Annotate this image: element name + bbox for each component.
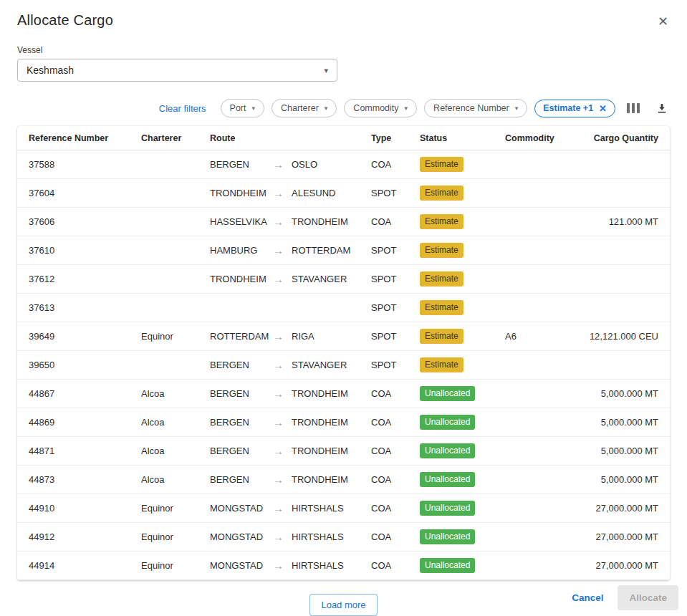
cell-route: BERGEN→OSLO: [204, 150, 365, 179]
allocate-button[interactable]: Allocate: [618, 585, 678, 610]
dialog-footer: Cancel Allocate: [563, 585, 678, 610]
cell-quantity: [578, 265, 670, 294]
cell-charterer: [135, 150, 204, 179]
column-header-type: Type: [365, 126, 414, 150]
table-row[interactable]: 44867AlcoaBERGEN→TRONDHEIMCOAUnallocated…: [17, 380, 670, 408]
status-badge: Estimate: [420, 357, 463, 372]
route-origin: MONGSTAD: [210, 531, 273, 542]
route-destination: ROTTERDAM: [292, 245, 350, 256]
cell-commodity: [499, 408, 578, 437]
table-row[interactable]: 39649EquinorROTTERDAM→RIGASPOTEstimateA6…: [17, 322, 670, 351]
cell-charterer: Equinor: [135, 523, 204, 552]
chip-label: Reference Number: [433, 103, 509, 113]
clear-filter-icon[interactable]: ✕: [599, 103, 607, 114]
table-row[interactable]: 44869AlcoaBERGEN→TRONDHEIMCOAUnallocated…: [17, 408, 670, 437]
cell-route: MONGSTAD→HIRTSHALS: [204, 494, 365, 523]
cell-quantity: 121.000 MT: [578, 208, 670, 236]
route-origin: BERGEN: [210, 388, 273, 399]
cell-commodity: [499, 236, 578, 265]
download-button[interactable]: [651, 99, 673, 117]
status-badge: Unallocated: [420, 415, 475, 430]
cell-status: Estimate: [414, 351, 499, 380]
route-destination: STAVANGER: [292, 360, 347, 370]
route-arrow-icon: →: [273, 216, 284, 227]
cell-reference: 37612: [17, 265, 135, 294]
cell-type: SPOT: [365, 322, 414, 351]
download-icon: [655, 102, 668, 115]
chevron-down-icon: ▾: [405, 105, 408, 112]
cell-commodity: [499, 265, 578, 294]
cell-route: MONGSTAD→HIRTSHALS: [204, 552, 365, 580]
status-badge: Unallocated: [420, 443, 475, 458]
cell-quantity: [578, 294, 670, 322]
table-row[interactable]: 44873AlcoaBERGEN→TRONDHEIMCOAUnallocated…: [17, 466, 670, 494]
cell-route: BERGEN→TRONDHEIM: [204, 466, 365, 494]
chip-label: Port: [230, 103, 246, 113]
table-row[interactable]: 37604TRONDHEIM→ALESUNDSPOTEstimate: [17, 179, 670, 208]
cell-type: COA: [365, 408, 414, 437]
cell-charterer: Equinor: [135, 322, 204, 351]
clear-filters-link[interactable]: Clear filters: [159, 103, 206, 114]
route: TRONDHEIM→ALESUND: [210, 188, 360, 198]
cell-reference: 44873: [17, 466, 135, 494]
cell-status: Unallocated: [414, 494, 499, 523]
filter-chip-estimate-1[interactable]: Estimate +1✕: [534, 100, 615, 117]
filter-chip-reference-number[interactable]: Reference Number▾: [424, 99, 527, 117]
table-row[interactable]: 44910EquinorMONGSTAD→HIRTSHALSCOAUnalloc…: [17, 494, 670, 523]
route-destination: OSLO: [292, 159, 317, 170]
cell-commodity: A6: [499, 322, 578, 351]
route-arrow-icon: →: [273, 360, 284, 370]
filter-chip-commodity[interactable]: Commodity▾: [344, 99, 417, 117]
table-row[interactable]: 44912EquinorMONGSTAD→HIRTSHALSCOAUnalloc…: [17, 523, 670, 552]
route: HAMBURG→ROTTERDAM: [210, 245, 360, 256]
cell-charterer: [135, 294, 204, 322]
chevron-down-icon: ▾: [515, 105, 519, 112]
cell-charterer: [135, 351, 204, 380]
cell-reference: 37604: [17, 179, 135, 208]
table-row[interactable]: 37612TRONDHEIM→STAVANGERSPOTEstimate: [17, 265, 670, 294]
cancel-button[interactable]: Cancel: [563, 586, 612, 610]
route: BERGEN→TRONDHEIM: [210, 388, 360, 399]
route-destination: HIRTSHALS: [292, 531, 344, 542]
table-row[interactable]: 44871AlcoaBERGEN→TRONDHEIMCOAUnallocated…: [17, 437, 670, 466]
route-origin: BERGEN: [210, 360, 273, 370]
status-badge: Estimate: [420, 300, 463, 315]
close-icon[interactable]: ✕: [653, 12, 673, 31]
chevron-down-icon: ▾: [324, 66, 328, 75]
cell-route: BERGEN→TRONDHEIM: [204, 380, 365, 408]
filter-chip-charterer[interactable]: Charterer▾: [272, 99, 337, 117]
cell-reference: 44871: [17, 437, 135, 466]
table-row[interactable]: 37588BERGEN→OSLOCOAEstimate: [17, 150, 670, 179]
table-row[interactable]: 37610HAMBURG→ROTTERDAMSPOTEstimate: [17, 236, 670, 265]
cell-quantity: [578, 351, 670, 380]
table-row[interactable]: 44914EquinorMONGSTAD→HIRTSHALSCOAUnalloc…: [17, 552, 670, 580]
cell-reference: 44869: [17, 408, 135, 437]
route-origin: BERGEN: [210, 159, 273, 170]
cell-route: ROTTERDAM→RIGA: [204, 322, 365, 351]
route-destination: TRONDHEIM: [292, 417, 348, 428]
column-settings-button[interactable]: [623, 100, 644, 116]
cell-type: COA: [365, 380, 414, 408]
route-origin: HAMBURG: [210, 245, 273, 256]
vessel-select[interactable]: Keshmash ▾: [17, 59, 337, 82]
cell-reference: 39649: [17, 322, 135, 351]
status-badge: Estimate: [420, 271, 463, 287]
cell-quantity: [578, 150, 670, 179]
table-row[interactable]: 37606HASSELVIKA→TRONDHEIMCOAEstimate121.…: [17, 208, 670, 236]
cell-commodity: [499, 437, 578, 466]
load-more-button[interactable]: Load more: [309, 594, 377, 616]
cell-status: Unallocated: [414, 408, 499, 437]
table-row[interactable]: 39650BERGEN→STAVANGERSPOTEstimate: [17, 351, 670, 380]
cell-reference: 39650: [17, 351, 135, 380]
filter-chip-port[interactable]: Port▾: [221, 99, 264, 117]
cell-route: BERGEN→TRONDHEIM: [204, 437, 365, 466]
vessel-label: Vessel: [17, 45, 670, 55]
status-badge: Unallocated: [420, 472, 475, 487]
route-destination: STAVANGER: [292, 274, 347, 284]
table-row[interactable]: 37613SPOTEstimate: [17, 294, 670, 322]
route-arrow-icon: →: [273, 188, 284, 198]
route-arrow-icon: →: [273, 417, 284, 428]
route-arrow-icon: →: [273, 446, 284, 456]
cell-status: Unallocated: [414, 466, 499, 494]
cell-charterer: Alcoa: [135, 466, 204, 494]
